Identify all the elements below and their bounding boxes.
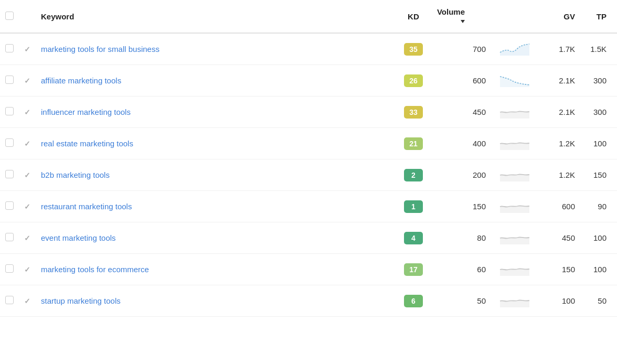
sparkline-2 <box>499 72 530 89</box>
row-checkbox-7[interactable] <box>5 233 14 241</box>
row-checkbox-9[interactable] <box>5 296 14 304</box>
row-checkbox-cell-3[interactable] <box>0 97 19 128</box>
tp-cell-3: 300 <box>580 97 617 128</box>
row-checkbox-6[interactable] <box>5 201 14 210</box>
row-checkbox-3[interactable] <box>5 107 14 115</box>
keyword-cell-8[interactable]: marketing tools for ecommerce <box>36 254 395 285</box>
table-row: ✓ influencer marketing tools 33 450 2.1K… <box>0 97 617 128</box>
kd-badge-3: 33 <box>404 106 423 119</box>
tp-value-4: 100 <box>593 139 607 148</box>
keyword-cell-9[interactable]: startup marketing tools <box>36 285 395 317</box>
row-check-cell-2: ✓ <box>19 65 36 97</box>
kd-cell-7: 4 <box>395 222 432 254</box>
volume-cell-8: 60 <box>432 254 491 285</box>
volume-cell-2: 600 <box>432 65 491 97</box>
row-checkbox-8[interactable] <box>5 264 14 273</box>
keyword-cell-2[interactable]: affiliate marketing tools <box>36 65 395 97</box>
row-checkbox-cell-7[interactable] <box>0 222 19 254</box>
volume-header[interactable]: Volume <box>432 0 491 33</box>
kd-badge-2: 26 <box>404 74 423 87</box>
gv-cell-9: 100 <box>538 285 580 317</box>
tp-cell-5: 150 <box>580 159 617 191</box>
keyword-text-9: startup marketing tools <box>41 296 121 305</box>
kd-badge-1: 35 <box>404 43 423 56</box>
keyword-text-6: restaurant marketing tools <box>41 202 132 211</box>
gv-value-9: 100 <box>562 296 575 305</box>
tp-header-label: TP <box>597 12 607 21</box>
volume-value-1: 700 <box>473 45 486 53</box>
kd-badge-9: 6 <box>404 295 423 307</box>
tp-value-2: 300 <box>593 76 607 85</box>
volume-cell-9: 50 <box>432 285 491 317</box>
keyword-text-3: influencer marketing tools <box>41 108 131 116</box>
row-checkbox-cell-6[interactable] <box>0 191 19 222</box>
checkmark-icon-6: ✓ <box>24 202 30 211</box>
tp-value-3: 300 <box>593 108 607 116</box>
table-row: ✓ affiliate marketing tools 26 600 2.1K … <box>0 65 617 97</box>
keyword-text-1: marketing tools for small business <box>41 45 159 53</box>
select-all-header[interactable] <box>0 0 19 33</box>
row-checkbox-1[interactable] <box>5 44 14 52</box>
volume-value-9: 50 <box>477 296 486 305</box>
kd-cell-9: 6 <box>395 285 432 317</box>
tp-value-7: 100 <box>593 233 607 242</box>
keyword-cell-1[interactable]: marketing tools for small business <box>36 33 395 65</box>
row-checkbox-cell-4[interactable] <box>0 128 19 159</box>
keyword-header-label: Keyword <box>41 12 74 21</box>
row-check-cell-1: ✓ <box>19 33 36 65</box>
volume-value-6: 150 <box>473 202 486 211</box>
gv-value-4: 1.2K <box>559 139 575 148</box>
table-row: ✓ real estate marketing tools 21 400 1.2… <box>0 128 617 159</box>
keyword-table-container: Keyword KD Volume GV TP <box>0 0 617 364</box>
kd-badge-5: 2 <box>404 169 423 181</box>
row-checkbox-cell-1[interactable] <box>0 33 19 65</box>
gv-value-1: 1.7K <box>559 45 575 53</box>
table-row: ✓ event marketing tools 4 80 450 100 <box>0 222 617 254</box>
header-checkbox[interactable] <box>5 12 14 20</box>
row-checkbox-cell-8[interactable] <box>0 254 19 285</box>
keyword-cell-3[interactable]: influencer marketing tools <box>36 97 395 128</box>
sparkline-6 <box>499 198 530 215</box>
row-checkbox-5[interactable] <box>5 170 14 178</box>
gv-cell-4: 1.2K <box>538 128 580 159</box>
keyword-table: Keyword KD Volume GV TP <box>0 0 617 317</box>
row-checkbox-2[interactable] <box>5 76 14 84</box>
kd-badge-8: 17 <box>404 263 423 276</box>
chart-cell-9 <box>491 285 538 317</box>
keyword-cell-7[interactable]: event marketing tools <box>36 222 395 254</box>
volume-cell-7: 80 <box>432 222 491 254</box>
kd-cell-1: 35 <box>395 33 432 65</box>
gv-cell-3: 2.1K <box>538 97 580 128</box>
tp-cell-4: 100 <box>580 128 617 159</box>
row-check-cell-9: ✓ <box>19 285 36 317</box>
table-row: ✓ restaurant marketing tools 1 150 600 9… <box>0 191 617 222</box>
sparkline-3 <box>499 104 530 120</box>
keyword-cell-4[interactable]: real estate marketing tools <box>36 128 395 159</box>
keyword-cell-5[interactable]: b2b marketing tools <box>36 159 395 191</box>
volume-value-7: 80 <box>477 233 486 242</box>
row-checkbox-cell-2[interactable] <box>0 65 19 97</box>
chart-cell-2 <box>491 65 538 97</box>
sparkline-7 <box>499 230 530 246</box>
kd-cell-6: 1 <box>395 191 432 222</box>
kd-header-label: KD <box>408 12 419 21</box>
gv-cell-7: 450 <box>538 222 580 254</box>
sparkline-4 <box>499 135 530 152</box>
gv-value-7: 450 <box>562 233 575 242</box>
chart-cell-4 <box>491 128 538 159</box>
table-row: ✓ marketing tools for ecommerce 17 60 15… <box>0 254 617 285</box>
keyword-text-2: affiliate marketing tools <box>41 76 121 85</box>
volume-value-4: 400 <box>473 139 486 148</box>
row-checkbox-cell-5[interactable] <box>0 159 19 191</box>
row-checkbox-cell-9[interactable] <box>0 285 19 317</box>
kd-badge-4: 21 <box>404 137 423 150</box>
row-check-cell-4: ✓ <box>19 128 36 159</box>
volume-header-label: Volume <box>437 7 465 16</box>
row-checkbox-4[interactable] <box>5 138 14 147</box>
tp-cell-6: 90 <box>580 191 617 222</box>
row-check-cell-3: ✓ <box>19 97 36 128</box>
volume-value-2: 600 <box>473 76 486 85</box>
gv-cell-6: 600 <box>538 191 580 222</box>
row-check-cell-7: ✓ <box>19 222 36 254</box>
keyword-cell-6[interactable]: restaurant marketing tools <box>36 191 395 222</box>
